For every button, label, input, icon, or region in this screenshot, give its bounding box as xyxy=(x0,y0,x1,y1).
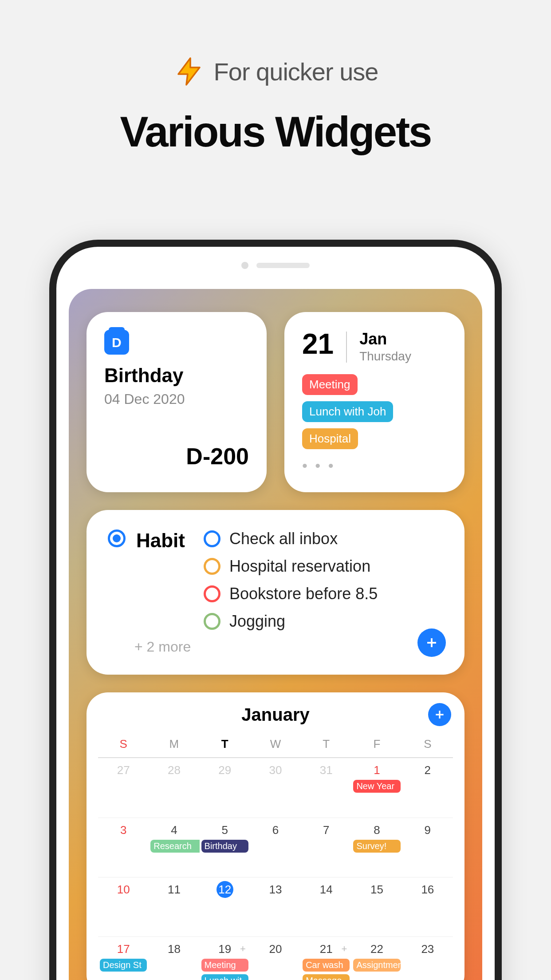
calendar-event-pill: New Year xyxy=(353,780,400,793)
calendar-day-number: 9 xyxy=(425,823,431,837)
phone-mockup: Birthday 04 Dec 2020 D-200 21 Jan Thursd… xyxy=(49,240,502,980)
calendar-month-title: January xyxy=(98,705,453,725)
calendar-dow-cell: M xyxy=(149,734,199,757)
home-screen: Birthday 04 Dec 2020 D-200 21 Jan Thursd… xyxy=(69,289,482,980)
calendar-day-number: 4 xyxy=(171,823,177,837)
calendar-day-number: 6 xyxy=(272,823,279,837)
today-month: Jan xyxy=(359,330,411,348)
calendar-day-number: 11 xyxy=(168,883,181,896)
plus-icon xyxy=(434,709,445,720)
calendar-day-cell[interactable]: 13 xyxy=(250,877,301,937)
calendar-day-number: 18 xyxy=(168,942,181,956)
calendar-day-cell[interactable]: 7 xyxy=(301,818,351,877)
calendar-day-number: 13 xyxy=(269,883,282,896)
calendar-day-cell[interactable]: 21+Car washMassage xyxy=(301,937,351,980)
calendar-day-number: 29 xyxy=(218,763,231,777)
today-event-pill: Lunch with Joh xyxy=(302,401,393,422)
tagline-text: For quicker use xyxy=(214,57,378,86)
calendar-day-number: 31 xyxy=(320,763,333,777)
calendar-event-pill: Research xyxy=(150,840,199,853)
today-weekday: Thursday xyxy=(359,349,411,364)
plus-icon xyxy=(425,636,438,649)
tagline: For quicker use xyxy=(173,55,378,87)
calendar-dow-cell: T xyxy=(200,734,250,757)
habit-title: Habit xyxy=(136,530,185,552)
calendar-day-cell[interactable]: 2 xyxy=(402,758,453,818)
calendar-day-cell[interactable]: 3 xyxy=(98,818,149,877)
calendar-event-pill: Meeting xyxy=(201,959,248,972)
calendar-day-cell[interactable]: 6 xyxy=(250,818,301,877)
calendar-day-number: 12 xyxy=(216,881,233,898)
calendar-day-cell[interactable]: 23 xyxy=(402,937,453,980)
calendar-day-cell[interactable]: 30 xyxy=(250,758,301,818)
calendar-dow-cell: F xyxy=(351,734,402,757)
calendar-day-cell[interactable]: 20 xyxy=(250,937,301,980)
calendar-add-button[interactable] xyxy=(428,703,451,726)
calendar-day-cell[interactable]: 27 xyxy=(98,758,149,818)
calendar-event-pill: Car wash xyxy=(303,959,350,972)
calendar-day-number: 22 xyxy=(370,942,383,956)
calendar-day-cell[interactable]: 28 xyxy=(149,758,199,818)
calendar-day-cell[interactable]: 11 xyxy=(149,877,199,937)
calendar-day-number: 15 xyxy=(370,883,383,896)
phone-notch xyxy=(56,247,495,269)
calendar-day-number: 28 xyxy=(168,763,181,777)
bolt-icon xyxy=(173,55,205,87)
calendar-day-cell[interactable]: 12 xyxy=(200,877,250,937)
calendar-day-number: 3 xyxy=(120,823,126,837)
add-button[interactable] xyxy=(417,628,446,657)
ring-icon xyxy=(204,613,220,630)
calendar-day-cell[interactable]: 31 xyxy=(301,758,351,818)
calendar-event-pill: Lunch wit xyxy=(201,974,248,980)
calendar-day-number: 2 xyxy=(425,763,431,777)
calendar-day-number: 7 xyxy=(323,823,329,837)
calendar-widget[interactable]: January SMTWTFS 27282930311New Year234Re… xyxy=(87,692,464,980)
calendar-day-number: 10 xyxy=(117,883,130,896)
calendar-day-number: 21 xyxy=(320,942,333,956)
habit-item[interactable]: Jogging xyxy=(204,612,378,631)
calendar-day-cell[interactable]: 4Research xyxy=(149,818,199,877)
calendar-event-pill: Design St xyxy=(100,959,147,972)
ring-icon xyxy=(204,585,220,602)
habit-item[interactable]: Hospital reservation xyxy=(204,557,378,576)
calendar-day-cell[interactable]: 17Design St xyxy=(98,937,149,980)
dday-widget[interactable]: Birthday 04 Dec 2020 D-200 xyxy=(87,312,267,492)
dday-title: Birthday xyxy=(104,364,249,387)
calendar-day-number: 14 xyxy=(320,883,333,896)
habit-item[interactable]: Check all inbox xyxy=(204,530,378,548)
calendar-day-cell[interactable]: 19+MeetingLunch wit xyxy=(200,937,250,980)
calendar-day-cell[interactable]: 15 xyxy=(351,877,402,937)
calendar-day-number: 17 xyxy=(117,942,130,956)
calendar-day-number: 1 xyxy=(374,763,380,777)
calendar-day-number: 16 xyxy=(421,883,434,896)
habit-item-label: Bookstore before 8.5 xyxy=(229,585,378,603)
calendar-icon xyxy=(104,330,129,355)
today-event-pill: Hospital xyxy=(302,428,358,449)
habit-item-label: Hospital reservation xyxy=(229,557,370,576)
radio-filled-icon xyxy=(108,530,126,547)
more-events-icon: + xyxy=(240,943,246,955)
calendar-day-cell[interactable]: 1New Year xyxy=(351,758,402,818)
calendar-day-cell[interactable]: 16 xyxy=(402,877,453,937)
calendar-day-cell[interactable]: 18 xyxy=(149,937,199,980)
calendar-day-cell[interactable]: 9 xyxy=(402,818,453,877)
calendar-day-number: 8 xyxy=(374,823,380,837)
more-dots-icon: • • • xyxy=(302,457,447,474)
habit-widget[interactable]: Habit Check all inboxHospital reservatio… xyxy=(87,510,464,675)
more-events-icon: + xyxy=(342,943,347,955)
today-widget[interactable]: 21 Jan Thursday MeetingLunch with JohHos… xyxy=(284,312,464,492)
habit-item[interactable]: Bookstore before 8.5 xyxy=(204,585,378,603)
calendar-day-cell[interactable]: 29 xyxy=(200,758,250,818)
calendar-day-number: 5 xyxy=(221,823,228,837)
calendar-day-cell[interactable]: 14 xyxy=(301,877,351,937)
habit-item-label: Jogging xyxy=(229,612,285,631)
dday-date: 04 Dec 2020 xyxy=(104,391,249,407)
calendar-day-cell[interactable]: 10 xyxy=(98,877,149,937)
dday-count: D-200 xyxy=(104,443,249,470)
calendar-day-cell[interactable]: 5Birthday xyxy=(200,818,250,877)
calendar-dow-cell: T xyxy=(301,734,351,757)
calendar-dow-cell: S xyxy=(98,734,149,757)
calendar-day-cell[interactable]: 22Assigntment xyxy=(351,937,402,980)
calendar-day-number: 27 xyxy=(117,763,130,777)
calendar-day-cell[interactable]: 8Survey! xyxy=(351,818,402,877)
